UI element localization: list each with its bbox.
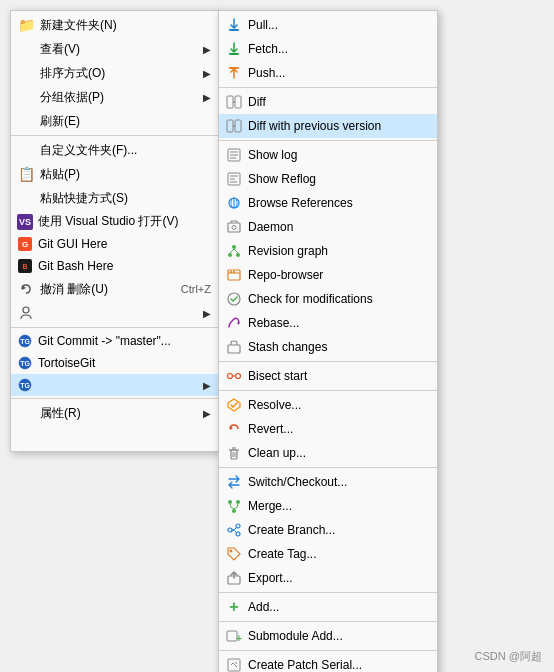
- svg-rect-44: [228, 345, 240, 353]
- menu-bisect-label: Bisect start: [248, 369, 429, 383]
- menu-add[interactable]: + Add...: [219, 595, 437, 619]
- svg-point-34: [232, 245, 236, 249]
- revert-icon: [225, 420, 243, 438]
- svg-text:B: B: [22, 263, 27, 270]
- svg-rect-16: [235, 96, 241, 108]
- menu-paste-shortcut[interactable]: 粘贴快捷方式(S): [11, 186, 219, 210]
- menu-create-patch[interactable]: Create Patch Serial...: [219, 653, 437, 672]
- menu-pull[interactable]: Pull...: [219, 13, 437, 37]
- menu-submodule-add[interactable]: + Submodule Add...: [219, 624, 437, 648]
- menu-create-tag[interactable]: Create Tag...: [219, 542, 437, 566]
- menu-diff-prev[interactable]: Diff with previous version: [219, 114, 437, 138]
- menu-show-reflog[interactable]: Show Reflog: [219, 167, 437, 191]
- watermark: CSDN @阿超: [475, 649, 542, 664]
- menu-browse-refs[interactable]: Browse References: [219, 191, 437, 215]
- svg-rect-13: [229, 53, 239, 55]
- svg-rect-64: [228, 659, 240, 671]
- menu-browse-refs-label: Browse References: [248, 196, 429, 210]
- separator-2: [11, 327, 219, 328]
- svg-point-46: [236, 374, 241, 379]
- menu-diff[interactable]: Diff: [219, 90, 437, 114]
- menu-merge[interactable]: Merge...: [219, 494, 437, 518]
- menu-group[interactable]: 分组依据(P) ▶: [11, 85, 219, 109]
- check-mods-icon: [225, 290, 243, 308]
- svg-line-38: [234, 249, 238, 253]
- menu-new-folder[interactable]: 📁 新建文件夹(N): [11, 13, 219, 37]
- menu-resolve-label: Resolve...: [248, 398, 429, 412]
- menu-sort[interactable]: 排序方式(O) ▶: [11, 61, 219, 85]
- right-sep-1: [219, 87, 437, 88]
- menu-new[interactable]: 属性(R) ▶: [11, 401, 219, 425]
- menu-git-gui-label: Git GUI Here: [38, 237, 211, 251]
- context-menu-left: 📁 新建文件夹(N) 查看(V) ▶ 排序方式(O) ▶ 分组依据(P) ▶ 刷…: [10, 10, 220, 452]
- menu-show-reflog-label: Show Reflog: [248, 172, 429, 186]
- menu-check-mods[interactable]: Check for modifications: [219, 287, 437, 311]
- menu-fetch[interactable]: Fetch...: [219, 37, 437, 61]
- cleanup-icon: [225, 444, 243, 462]
- menu-refresh-label: 刷新(E): [40, 113, 211, 130]
- menu-access[interactable]: ▶: [11, 301, 219, 325]
- menu-revision-graph[interactable]: Revision graph: [219, 239, 437, 263]
- push-icon: [225, 64, 243, 82]
- menu-check-mods-label: Check for modifications: [248, 292, 429, 306]
- desktop: 📁 新建文件夹(N) 查看(V) ▶ 排序方式(O) ▶ 分组依据(P) ▶ 刷…: [0, 0, 554, 672]
- view-icon: [17, 40, 35, 58]
- menu-open-vs[interactable]: VS 使用 Visual Studio 打开(V): [11, 210, 219, 233]
- menu-git-sync[interactable]: TG Git Commit -> "master"...: [11, 330, 219, 352]
- properties-icon: [17, 428, 35, 446]
- menu-add-label: Add...: [248, 600, 429, 614]
- svg-rect-32: [228, 223, 240, 232]
- menu-view[interactable]: 查看(V) ▶: [11, 37, 219, 61]
- menu-cleanup[interactable]: Clean up...: [219, 441, 437, 465]
- menu-push[interactable]: Push...: [219, 61, 437, 85]
- menu-create-branch[interactable]: Create Branch...: [219, 518, 437, 542]
- svg-text:TG: TG: [20, 382, 30, 389]
- right-sep-5: [219, 467, 437, 468]
- menu-git-gui[interactable]: G Git GUI Here: [11, 233, 219, 255]
- menu-paste[interactable]: 📋 粘贴(P): [11, 162, 219, 186]
- menu-properties[interactable]: [11, 425, 219, 449]
- menu-repo-browser-label: Repo-browser: [248, 268, 429, 282]
- menu-undo[interactable]: 撤消 删除(U) Ctrl+Z: [11, 277, 219, 301]
- svg-point-45: [228, 374, 233, 379]
- menu-repo-browser[interactable]: Repo-browser: [219, 263, 437, 287]
- view-arrow: ▶: [203, 44, 211, 55]
- menu-git-commit[interactable]: TG TortoiseGit: [11, 352, 219, 374]
- menu-git-bash[interactable]: B Git Bash Here: [11, 255, 219, 277]
- context-menu-right: Pull... Fetch... Push...: [218, 10, 438, 672]
- menu-sort-label: 排序方式(O): [40, 65, 203, 82]
- svg-point-56: [232, 509, 236, 513]
- menu-revert[interactable]: Revert...: [219, 417, 437, 441]
- svg-text:G: G: [22, 240, 28, 249]
- git-bash-icon: B: [17, 258, 33, 274]
- right-sep-6: [219, 592, 437, 593]
- vs-icon: VS: [17, 214, 33, 230]
- menu-show-log[interactable]: Show log: [219, 143, 437, 167]
- menu-resolve[interactable]: Resolve...: [219, 393, 437, 417]
- show-log-icon: [225, 146, 243, 164]
- menu-stash[interactable]: Stash changes: [219, 335, 437, 359]
- menu-paste-shortcut-label: 粘贴快捷方式(S): [40, 190, 211, 207]
- menu-rebase[interactable]: Rebase...: [219, 311, 437, 335]
- tortoise-arrow: ▶: [203, 380, 211, 391]
- menu-cleanup-label: Clean up...: [248, 446, 429, 460]
- svg-rect-41: [233, 271, 235, 273]
- menu-refresh[interactable]: 刷新(E): [11, 109, 219, 133]
- svg-point-54: [228, 500, 232, 504]
- menu-diff-label: Diff: [248, 95, 429, 109]
- menu-pull-label: Pull...: [248, 18, 429, 32]
- menu-daemon[interactable]: Daemon: [219, 215, 437, 239]
- access-icon: [17, 304, 35, 322]
- stash-icon: [225, 338, 243, 356]
- svg-point-60: [230, 550, 233, 553]
- access-arrow: ▶: [203, 308, 211, 319]
- git-gui-icon: G: [17, 236, 33, 252]
- menu-tortoise[interactable]: TG ▶: [11, 374, 219, 396]
- svg-marker-43: [237, 321, 239, 325]
- refresh-icon: [17, 112, 35, 130]
- menu-switch[interactable]: Switch/Checkout...: [219, 470, 437, 494]
- menu-bisect[interactable]: Bisect start: [219, 364, 437, 388]
- svg-point-59: [236, 532, 240, 536]
- menu-custom-folder[interactable]: 自定义文件夹(F)...: [11, 138, 219, 162]
- menu-export[interactable]: Export...: [219, 566, 437, 590]
